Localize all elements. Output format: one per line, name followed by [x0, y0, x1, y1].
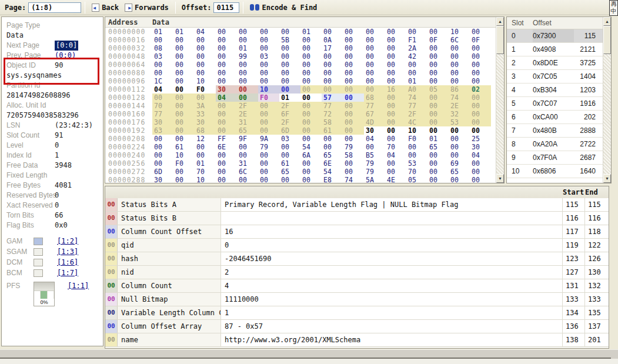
hex-scrollbar[interactable]: ▲ ▼: [496, 17, 504, 183]
slot-row[interactable]: 80xA20A2722: [507, 138, 603, 151]
hex-byte[interactable]: 00: [364, 143, 385, 151]
hex-byte[interactable]: 00: [279, 69, 300, 77]
hex-byte[interactable]: 00: [279, 77, 300, 85]
hex-byte[interactable]: 00: [237, 85, 258, 93]
hex-byte[interactable]: 00: [152, 151, 173, 159]
hex-byte[interactable]: 00: [237, 28, 258, 36]
hex-byte[interactable]: 00: [385, 159, 406, 168]
hex-byte[interactable]: 00: [216, 28, 237, 36]
hex-byte[interactable]: 00: [258, 118, 279, 126]
scroll-up-icon[interactable]: ▲: [603, 17, 611, 26]
hex-byte[interactable]: 5B: [279, 36, 300, 44]
hex-byte[interactable]: 65: [322, 151, 343, 159]
hex-byte[interactable]: 00: [279, 143, 300, 151]
hex-byte[interactable]: 00: [173, 36, 195, 44]
hex-byte[interactable]: 00: [216, 52, 237, 61]
hex-byte[interactable]: 12: [195, 135, 216, 143]
hex-byte[interactable]: 10: [173, 151, 195, 159]
hex-byte[interactable]: 00: [406, 151, 427, 159]
scroll-thumb[interactable]: [603, 26, 611, 54]
map-page-link[interactable]: [1:3]: [57, 248, 78, 256]
ime-bar[interactable]: 再中: [609, 0, 618, 16]
hex-byte[interactable]: 30: [195, 118, 216, 126]
hex-byte[interactable]: 65: [237, 126, 258, 135]
hex-byte[interactable]: 00: [300, 118, 322, 126]
forwards-button[interactable]: ▶ Forwards: [122, 2, 172, 13]
hex-byte[interactable]: 00: [343, 126, 364, 135]
map-page-link[interactable]: [1:6]: [57, 258, 78, 266]
hex-byte[interactable]: 00: [216, 102, 237, 110]
hex-byte[interactable]: 04: [385, 151, 406, 159]
hex-byte[interactable]: 00: [449, 52, 470, 61]
scroll-track[interactable]: [496, 26, 504, 174]
hex-byte[interactable]: 00: [343, 69, 364, 77]
hex-byte[interactable]: 00: [449, 77, 470, 85]
hex-byte[interactable]: 00: [427, 159, 449, 168]
hex-byte[interactable]: E8: [322, 176, 343, 183]
hex-byte[interactable]: 08: [152, 44, 173, 52]
hex-byte[interactable]: 00: [427, 118, 449, 126]
hex-byte[interactable]: 04: [152, 85, 173, 93]
hex-byte[interactable]: 00: [258, 77, 279, 85]
hex-byte[interactable]: 00: [173, 135, 195, 143]
hex-byte[interactable]: 00: [216, 69, 237, 77]
hex-byte[interactable]: 00: [300, 69, 322, 77]
hex-byte[interactable]: 10: [195, 77, 216, 85]
hex-byte[interactable]: 00: [343, 28, 364, 36]
scroll-down-icon[interactable]: ▼: [603, 174, 611, 183]
hex-byte[interactable]: 00: [385, 93, 406, 102]
hex-byte[interactable]: 00: [449, 61, 470, 69]
hex-byte[interactable]: 00: [322, 85, 343, 93]
hex-byte[interactable]: 9F: [237, 135, 258, 143]
hex-byte[interactable]: 79: [364, 168, 385, 176]
hex-byte[interactable]: 4E: [385, 176, 406, 183]
hex-byte[interactable]: 00: [258, 28, 279, 36]
hex-byte[interactable]: 00: [427, 93, 449, 102]
hex-byte[interactable]: 00: [427, 110, 449, 118]
hex-byte[interactable]: 00: [427, 69, 449, 77]
hex-byte[interactable]: 00: [300, 85, 322, 93]
hex-byte[interactable]: 04: [364, 135, 385, 143]
slot-row[interactable]: 60xCA00202: [507, 111, 603, 124]
back-button[interactable]: ◀ Back: [89, 2, 122, 13]
hex-byte[interactable]: 68: [195, 126, 216, 135]
hex-byte[interactable]: 00: [322, 77, 343, 85]
hex-byte[interactable]: 00: [279, 52, 300, 61]
hex-byte[interactable]: 10: [195, 176, 216, 183]
hex-byte[interactable]: 00: [343, 44, 364, 52]
record-row[interactable]: 00Column Offset Array87 - 0x57136137: [105, 320, 609, 333]
hex-byte[interactable]: 00: [343, 77, 364, 85]
hex-byte[interactable]: 33: [195, 110, 216, 118]
hex-byte[interactable]: 74: [343, 176, 364, 183]
slot-row[interactable]: 40xB3041203: [507, 84, 603, 97]
hex-byte[interactable]: 00: [195, 44, 216, 52]
hex-byte[interactable]: 00: [343, 110, 364, 118]
hex-byte[interactable]: 58: [343, 151, 364, 159]
hex-byte[interactable]: 61: [322, 126, 343, 135]
hex-byte[interactable]: 00: [322, 28, 343, 36]
hex-byte[interactable]: 1C: [152, 77, 173, 85]
hex-byte[interactable]: F0: [173, 159, 195, 168]
hex-byte[interactable]: 10: [449, 28, 470, 36]
hex-byte[interactable]: 00: [237, 77, 258, 85]
hex-byte[interactable]: 00: [300, 168, 322, 176]
hex-byte[interactable]: 00: [470, 102, 491, 110]
hex-byte[interactable]: A0: [406, 85, 427, 93]
hex-byte[interactable]: 00: [427, 44, 449, 52]
hex-byte[interactable]: 00: [343, 36, 364, 44]
hex-byte[interactable]: 00: [343, 159, 364, 168]
hex-byte[interactable]: 0A: [322, 36, 343, 44]
hex-byte[interactable]: 30: [470, 143, 491, 151]
hex-byte[interactable]: 00: [322, 69, 343, 77]
hex-byte[interactable]: 17: [322, 44, 343, 52]
hex-byte[interactable]: 00: [152, 61, 173, 69]
hex-byte[interactable]: 00: [470, 93, 491, 102]
hex-byte[interactable]: 00: [385, 126, 406, 135]
hex-byte[interactable]: 00: [364, 85, 385, 93]
hex-byte[interactable]: 00: [427, 77, 449, 85]
slot-row[interactable]: 20x8D0E3725: [507, 56, 603, 70]
slot-row[interactable]: 30x7C051404: [507, 70, 603, 84]
hex-byte[interactable]: 3A: [195, 102, 216, 110]
hex-byte[interactable]: 6E: [322, 159, 343, 168]
hex-byte[interactable]: 70: [385, 143, 406, 151]
